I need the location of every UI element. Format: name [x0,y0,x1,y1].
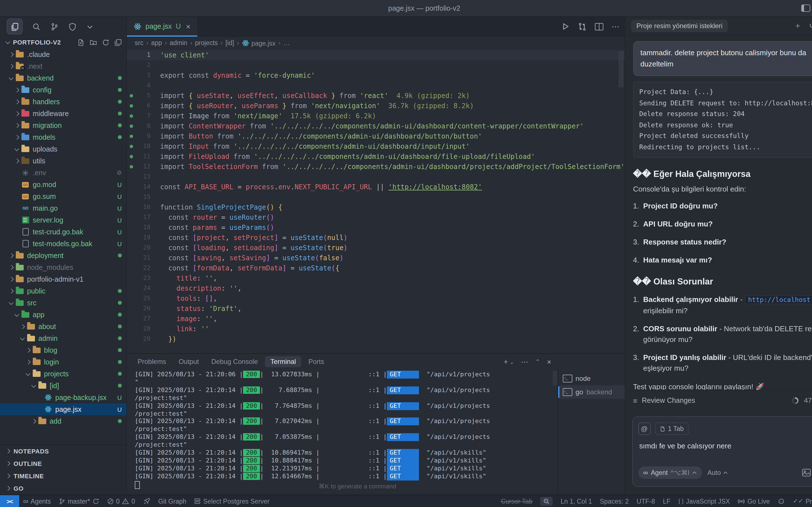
maximize-panel-icon[interactable]: ⌃ [535,358,540,365]
git-graph-item[interactable]: Git Graph [154,495,190,507]
new-file-icon[interactable] [77,39,85,46]
inline-code[interactable]: http://localhost:8082 [745,295,812,304]
tree-item-add[interactable]: add [0,415,126,427]
tree-item-page-backup-jsx[interactable]: page-backup.jsxU [0,392,126,403]
tree-item-uploads[interactable]: uploads [0,143,126,155]
toggle-left-panel-icon[interactable] [801,4,810,12]
tree-item-app[interactable]: app [0,309,126,321]
model-selector[interactable]: Auto [707,469,727,476]
collapse-folders-icon[interactable] [114,39,122,46]
terminal-output[interactable]: [GIN] 2025/08/13 - 21:20:06 |200| 13.027… [127,370,557,495]
tree-item-projects[interactable]: projects [0,368,126,380]
git-branch-item[interactable]: master* [55,495,103,507]
tree-item-portfolio-admin-v1[interactable]: portfolio-admin-v1 [0,273,126,285]
tree-item-models[interactable]: models [0,131,126,143]
cursor-tab-item[interactable]: Cursor Tab [497,495,536,507]
indentation-item[interactable]: Spaces: 2 [596,495,633,507]
user-message[interactable]: tammadir. delete project butonu calismiy… [633,41,812,76]
terminal-scrollbar[interactable] [552,371,557,385]
tree-item-test-crud-go-bak[interactable]: test-crud.go.bakU [0,226,126,238]
sidebar-section-timeline[interactable]: TIMELINE [0,470,126,482]
panel-tab-terminal[interactable]: Terminal [265,356,301,367]
tree-item-backend[interactable]: backend [0,72,126,84]
editor-more-actions-icon[interactable]: ⋯ [612,22,620,31]
remote-indicator[interactable]: >< [0,495,19,507]
split-editor-icon[interactable] [595,23,603,30]
explorer-icon[interactable] [7,18,22,34]
mention-button[interactable]: @ [638,422,651,435]
attach-image-icon[interactable] [802,469,811,476]
tab-close-icon[interactable]: × [186,22,190,31]
tree-item-config[interactable]: config [0,84,126,96]
terminal-more-icon[interactable]: ⋯ [521,357,528,366]
screen-reader-search-item[interactable] [536,495,557,507]
chevron-down-icon[interactable] [86,23,94,30]
tree-item-server-log[interactable]: server.logU [0,214,126,226]
tree-item-blog[interactable]: blog [0,344,126,356]
new-chat-icon[interactable]: ＋ [794,21,802,31]
chat-tab-title[interactable]: Proje resim yönetimi istekleri [631,20,728,32]
search-icon[interactable] [32,22,41,31]
prettier-item[interactable]: ✓✓Prettier [789,495,812,507]
new-terminal-icon[interactable]: ＋⌄ [502,356,514,367]
eol-item[interactable]: LF [659,495,674,507]
breadcrumb-segment[interactable]: projects [195,40,218,46]
source-control-icon[interactable] [50,22,59,31]
tree-item-main-go[interactable]: GOmain.goU [0,202,126,214]
tree-item-migration[interactable]: migration [0,119,126,131]
chat-input-box[interactable]: @ 1 Tab sımdı fe ve be calısıyor nere ∞ … [632,416,812,487]
chat-messages[interactable]: tammadir. delete project butonu calismiy… [625,36,812,390]
panel-tab-output[interactable]: Output [173,356,204,367]
tree-item-go-mod[interactable]: GOgo.modU [0,179,126,190]
tree-item-admin[interactable]: admin [0,332,126,344]
tree-item-handlers[interactable]: handlers [0,96,126,108]
tree-item-page-jsx[interactable]: page.jsxU [0,403,126,415]
breadcrumb-segment[interactable]: page.jsx [242,39,276,47]
chat-input-text[interactable]: sımdı fe ve be calısıyor nere [639,442,812,450]
panel-tab-debug-console[interactable]: Debug Console [206,356,263,367]
tree-item--env[interactable]: .env⊘ [0,167,126,179]
refresh-icon[interactable] [102,39,109,46]
tree-item-public[interactable]: public [0,285,126,297]
agent-mode-selector[interactable]: ∞ Agent ^⌥⌘I [638,466,702,479]
history-icon[interactable]: ↺ [809,21,812,31]
terminal-session-node[interactable]: ›_node [558,372,624,385]
panel-tab-problems[interactable]: Problems [133,356,171,367]
postgres-server-item[interactable]: Select Postgres Server [190,495,273,507]
breadcrumb-segment[interactable]: src [135,40,144,46]
compare-changes-icon[interactable] [578,22,586,31]
tree-item-about[interactable]: about [0,321,126,332]
tree-item-test-models-go-bak[interactable]: test-models.go.bakU [0,238,126,249]
language-mode-item[interactable]: { }JavaScript JSX [674,495,734,507]
breadcrumb-segment[interactable]: [id] [225,40,234,46]
terminal-session-go[interactable]: ›_gobackend [558,385,624,399]
extensions-shield-icon[interactable] [68,22,77,31]
line-col-item[interactable]: Ln 1, Col 1 [557,495,596,507]
run-button[interactable] [561,22,569,31]
breadcrumb-segment[interactable]: admin [170,40,188,46]
copilot-item[interactable] [774,495,789,507]
context-tab-chip[interactable]: 1 Tab [655,422,688,435]
sidebar-section-notepads[interactable]: NOTEPADS [0,445,126,457]
tab-page-jsx[interactable]: page.jsx U × [127,17,198,36]
sidebar-section-outline[interactable]: OUTLINE [0,457,126,470]
tree-item--claude[interactable]: .claude [0,48,126,60]
close-panel-icon[interactable]: × [547,357,551,366]
tree-item-src[interactable]: src [0,297,126,309]
code-editor[interactable]: 1'use client'23export const dynamic = 'f… [127,49,624,353]
tree-item-utils[interactable]: utils [0,155,126,167]
panel-tab-ports[interactable]: Ports [303,356,329,367]
breadcrumb[interactable]: src›app›admin›projects›[id]›page.jsx›… [127,37,624,49]
explorer-header[interactable]: PORTFOLIO-V2 [0,36,126,48]
launch-item[interactable] [139,495,154,507]
agents-status-item[interactable]: ∞Agents [19,495,55,507]
tree-item--next[interactable]: N.next [0,60,126,72]
editor-scrollbar[interactable] [618,51,623,87]
new-folder-icon[interactable] [90,39,97,46]
problems-item[interactable]: 0 0 [103,495,139,507]
tree-item--id-[interactable]: [id] [0,380,126,392]
sidebar-section-go[interactable]: GO [0,482,126,495]
encoding-item[interactable]: UTF-8 [633,495,659,507]
tree-item-login[interactable]: login [0,356,126,368]
breadcrumb-segment[interactable]: … [283,40,290,46]
